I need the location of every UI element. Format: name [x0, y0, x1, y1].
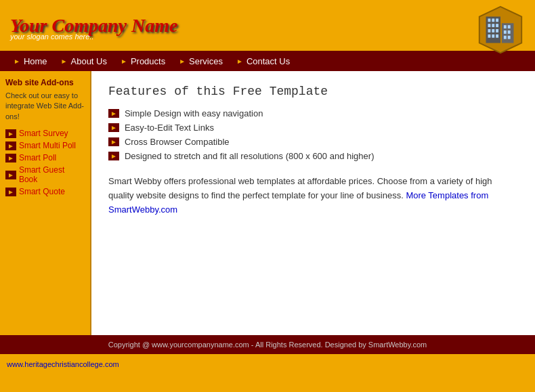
feature-arrow-4: ►	[108, 152, 119, 160]
svg-rect-11	[496, 29, 498, 32]
sidebar-arrow-guestbook: ►	[5, 171, 16, 179]
svg-rect-16	[508, 25, 511, 28]
svg-rect-18	[508, 30, 511, 34]
header: Your Company Name your slogan comes here…	[0, 0, 535, 51]
nav-home[interactable]: ► Home	[7, 56, 54, 66]
sidebar-arrow-survey: ►	[5, 129, 16, 138]
svg-rect-12	[488, 35, 490, 38]
svg-rect-2	[502, 23, 514, 43]
features-title: Features of this Free Template	[108, 85, 518, 98]
feature-list: ► Simple Design with easy navigation ► E…	[108, 108, 518, 161]
svg-rect-5	[496, 18, 498, 22]
nav-services[interactable]: ► Services	[172, 56, 230, 66]
sidebar-link-quote[interactable]: ► Smart Quote	[5, 187, 85, 196]
svg-rect-14	[496, 35, 498, 38]
sidebar-link-poll[interactable]: ► Smart Poll	[5, 153, 85, 162]
svg-rect-6	[488, 24, 490, 27]
description-text: Smart Webby offers professional web temp…	[108, 175, 518, 217]
feature-arrow-2: ►	[108, 123, 119, 132]
svg-rect-4	[492, 18, 494, 22]
nav-products[interactable]: ► Products	[114, 56, 172, 66]
sidebar-title: Web site Add-ons	[5, 78, 85, 87]
footer-text: Copyright @ www.yourcompanyname.com - Al…	[108, 341, 427, 349]
slogan: your slogan comes here..	[10, 32, 94, 41]
nav-arrow-services: ►	[179, 58, 186, 65]
svg-rect-8	[496, 24, 498, 27]
svg-rect-10	[492, 29, 494, 32]
feature-arrow-3: ►	[108, 137, 119, 146]
sidebar-description: Check out our easy to integrate Web Site…	[5, 91, 85, 122]
feature-item-4: ► Designed to stretch and fit all resolu…	[108, 151, 518, 161]
svg-rect-3	[488, 18, 490, 22]
nav-arrow-contact: ►	[236, 58, 243, 65]
footer: Copyright @ www.yourcompanyname.com - Al…	[0, 335, 535, 354]
svg-rect-7	[492, 24, 494, 27]
feature-item-1: ► Simple Design with easy navigation	[108, 108, 518, 118]
sidebar-link-survey[interactable]: ► Smart Survey	[5, 129, 85, 138]
feature-item-3: ► Cross Browser Compatible	[108, 137, 518, 147]
svg-rect-17	[504, 30, 507, 34]
nav-about[interactable]: ► About Us	[54, 56, 114, 66]
nav-contact[interactable]: ► Contact Us	[230, 56, 297, 66]
sidebar-link-guestbook[interactable]: ► Smart Guest Book	[5, 165, 85, 184]
svg-rect-9	[488, 29, 490, 32]
bottom-bar: www.heritagechristiancollege.com	[0, 354, 535, 374]
svg-rect-20	[508, 36, 511, 39]
bottom-link[interactable]: www.heritagechristiancollege.com	[7, 360, 119, 368]
nav-arrow-home: ►	[14, 58, 20, 65]
sidebar: Web site Add-ons Check out our easy to i…	[0, 71, 91, 335]
svg-rect-13	[492, 35, 494, 38]
svg-rect-19	[504, 36, 507, 39]
logo-image	[474, 3, 528, 58]
nav-arrow-products: ►	[121, 58, 127, 65]
svg-rect-15	[504, 25, 507, 28]
content-wrapper: Web site Add-ons Check out our easy to i…	[0, 71, 535, 335]
sidebar-arrow-multipoll: ►	[5, 141, 16, 150]
sidebar-link-multipoll[interactable]: ► Smart Multi Poll	[5, 141, 85, 150]
feature-arrow-1: ►	[108, 109, 119, 118]
sidebar-arrow-quote: ►	[5, 188, 16, 196]
navbar: ► Home ► About Us ► Products ► Services …	[0, 51, 535, 71]
feature-item-2: ► Easy-to-Edit Text Links	[108, 123, 518, 133]
nav-arrow-about: ►	[61, 58, 68, 65]
main-content: Features of this Free Template ► Simple …	[91, 71, 535, 335]
sidebar-arrow-poll: ►	[5, 154, 16, 162]
